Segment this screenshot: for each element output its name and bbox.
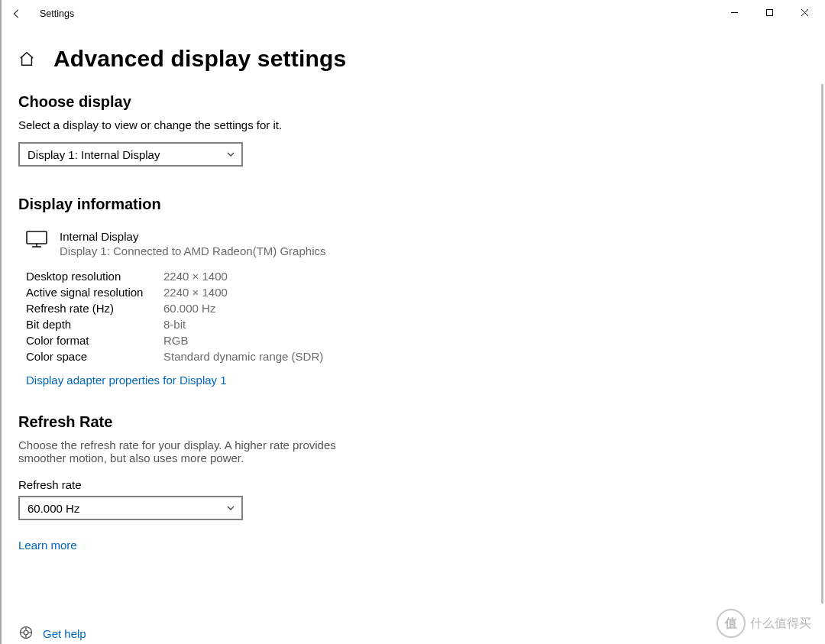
prop-value: 2240 × 1400 xyxy=(163,286,228,299)
prop-value: RGB xyxy=(163,334,189,347)
prop-row: Refresh rate (Hz)60.000 Hz xyxy=(26,302,807,315)
refresh-rate-dropdown[interactable]: 60.000 Hz xyxy=(18,496,243,520)
prop-row: Bit depth8-bit xyxy=(26,318,807,331)
titlebar: Settings xyxy=(0,0,825,28)
monitor-row: Internal Display Display 1: Connected to… xyxy=(26,230,807,257)
chevron-down-icon xyxy=(226,502,235,515)
display-select-value: Display 1: Internal Display xyxy=(28,148,160,161)
refresh-rate-description: Choose the refresh rate for your display… xyxy=(18,439,354,464)
svg-rect-1 xyxy=(766,9,772,15)
prop-label: Bit depth xyxy=(26,318,163,331)
monitor-text: Internal Display Display 1: Connected to… xyxy=(60,230,325,257)
prop-row: Desktop resolution2240 × 1400 xyxy=(26,270,807,283)
prop-value: 8-bit xyxy=(163,318,186,331)
refresh-rate-value: 60.000 Hz xyxy=(28,502,79,515)
choose-display-description: Select a display to view or change the s… xyxy=(18,118,807,131)
prop-value: Standard dynamic range (SDR) xyxy=(163,350,323,363)
home-icon[interactable] xyxy=(18,50,35,67)
prop-row: Color spaceStandard dynamic range (SDR) xyxy=(26,350,807,363)
prop-value: 2240 × 1400 xyxy=(163,270,228,283)
prop-label: Desktop resolution xyxy=(26,270,163,283)
help-icon xyxy=(18,625,34,642)
close-button[interactable] xyxy=(787,0,822,24)
chevron-down-icon xyxy=(226,148,235,161)
prop-label: Color space xyxy=(26,350,163,363)
monitor-subtitle: Display 1: Connected to AMD Radeon(TM) G… xyxy=(60,244,325,257)
maximize-button[interactable] xyxy=(752,0,787,24)
adapter-properties-link[interactable]: Display adapter properties for Display 1 xyxy=(26,374,227,387)
prop-value: 60.000 Hz xyxy=(163,302,215,315)
display-select-dropdown[interactable]: Display 1: Internal Display xyxy=(18,142,243,167)
prop-label: Active signal resolution xyxy=(26,286,163,299)
prop-label: Refresh rate (Hz) xyxy=(26,302,163,315)
vertical-scrollbar[interactable] xyxy=(821,84,823,604)
choose-display-heading: Choose display xyxy=(18,93,807,111)
page-title: Advanced display settings xyxy=(53,46,346,72)
get-help-row: Get help xyxy=(18,625,86,642)
display-info-block: Internal Display Display 1: Connected to… xyxy=(18,230,807,387)
refresh-rate-heading: Refresh Rate xyxy=(18,413,807,431)
display-properties: Desktop resolution2240 × 1400 Active sig… xyxy=(26,270,807,363)
window-controls xyxy=(717,0,822,24)
prop-label: Color format xyxy=(26,334,163,347)
prop-row: Color formatRGB xyxy=(26,334,807,347)
learn-more-link[interactable]: Learn more xyxy=(18,539,77,552)
prop-row: Active signal resolution2240 × 1400 xyxy=(26,286,807,299)
get-help-link[interactable]: Get help xyxy=(43,627,86,640)
display-information-heading: Display information xyxy=(18,196,807,213)
page-title-row: Advanced display settings xyxy=(18,46,807,72)
monitor-name: Internal Display xyxy=(60,230,325,243)
refresh-rate-label: Refresh rate xyxy=(18,478,807,491)
svg-point-6 xyxy=(24,630,28,635)
content-area: Advanced display settings Choose display… xyxy=(0,28,825,644)
monitor-icon xyxy=(26,230,47,251)
minimize-button[interactable] xyxy=(717,0,752,24)
window-title: Settings xyxy=(40,8,74,19)
svg-rect-2 xyxy=(27,231,47,244)
back-button[interactable] xyxy=(0,0,34,28)
